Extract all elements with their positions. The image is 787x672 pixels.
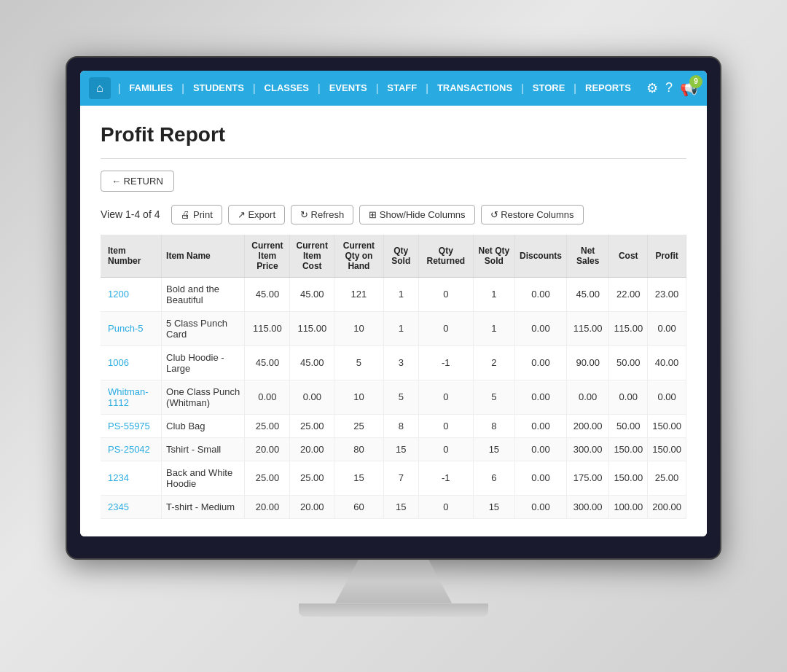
nav-link-families[interactable]: FAMILIES (123, 82, 179, 93)
cell-qty-returned: 0 (418, 437, 473, 461)
item-number-link[interactable]: Whitman-1112 (108, 386, 149, 408)
cell-current-item-cost: 25.00 (290, 414, 334, 437)
print-button[interactable]: 🖨 Print (171, 205, 222, 224)
restore-columns-button[interactable]: ↺ Restore Columns (481, 205, 584, 224)
cell-item-number[interactable]: 1234 (101, 461, 162, 495)
cell-current-item-price: 25.00 (245, 461, 290, 495)
item-number-link[interactable]: PS-55975 (108, 421, 150, 431)
nav-link-store[interactable]: STORE (527, 82, 571, 93)
cell-qty-sold: 3 (383, 345, 418, 380)
export-button[interactable]: ↗ Export (228, 205, 285, 224)
nav-links: FAMILIES | STUDENTS | CLASSES | EVENTS |… (123, 82, 646, 94)
nav-divider-5: | (426, 82, 428, 94)
cell-net-qty-sold: 8 (473, 414, 514, 437)
cell-qty-returned: 0 (418, 380, 473, 414)
nav-link-students[interactable]: STUDENTS (187, 82, 250, 93)
cell-net-sales: 200.00 (566, 414, 608, 437)
nav-divider-1: | (181, 82, 184, 94)
nav-link-events[interactable]: EVENTS (324, 82, 373, 93)
cell-net-sales: 90.00 (566, 345, 608, 380)
table-row: Punch-55 Class Punch Card115.00115.00101… (101, 311, 686, 345)
help-icon[interactable]: ? (665, 80, 673, 95)
refresh-button[interactable]: ↻ Refresh (291, 205, 353, 224)
col-net-qty-sold: Net Qty Sold (473, 235, 514, 278)
cell-item-name: Bold and the Beautiful (162, 277, 245, 311)
table-container: Item Number Item Name CurrentItem Price … (101, 235, 686, 519)
cell-item-number[interactable]: 1006 (101, 345, 162, 380)
navbar: ⌂ | FAMILIES | STUDENTS | CLASSES | EVEN… (80, 71, 707, 106)
nav-link-reports[interactable]: REPORTS (579, 82, 637, 93)
cell-item-name: Club Bag (162, 414, 245, 437)
cell-discounts: 0.00 (514, 461, 566, 495)
cell-current-item-cost: 45.00 (290, 345, 334, 380)
table-header-row: Item Number Item Name CurrentItem Price … (101, 235, 686, 278)
nav-divider-2: | (253, 82, 256, 94)
cell-qty-returned: 0 (418, 277, 473, 311)
cell-cost: 50.00 (609, 345, 648, 380)
nav-divider-4: | (376, 82, 379, 94)
col-qty-sold: Qty Sold (383, 235, 418, 278)
cell-qty-sold: 15 (383, 495, 418, 518)
nav-link-transactions[interactable]: TRANSACTIONS (431, 82, 518, 93)
cell-qty-returned: -1 (418, 461, 473, 495)
cell-current-item-price: 0.00 (245, 380, 290, 414)
cell-qty-returned: 0 (418, 414, 473, 437)
cell-profit: 150.00 (648, 414, 686, 437)
cell-current-qty-on-hand: 15 (334, 461, 383, 495)
cell-item-name: One Class Punch (Whitman) (162, 380, 245, 414)
nav-link-staff[interactable]: STAFF (381, 82, 423, 93)
cell-discounts: 0.00 (514, 345, 566, 380)
cell-current-item-price: 115.00 (245, 311, 290, 345)
col-item-number: Item Number (101, 235, 162, 278)
cell-net-sales: 175.00 (566, 461, 608, 495)
nav-divider-6: | (521, 82, 524, 94)
table-row: 1234Back and White Hoodie25.0025.00157-1… (101, 461, 686, 495)
main-content: Profit Report ← RETURN View 1-4 of 4 🖨 P… (80, 106, 707, 536)
cell-item-number[interactable]: 1200 (101, 277, 162, 311)
cell-cost: 150.00 (609, 461, 648, 495)
cell-current-qty-on-hand: 5 (334, 345, 383, 380)
cell-item-number[interactable]: 2345 (101, 495, 162, 518)
cell-profit: 200.00 (648, 495, 686, 518)
home-button[interactable]: ⌂ (89, 77, 111, 99)
cell-profit: 25.00 (648, 461, 686, 495)
show-hide-columns-button[interactable]: ⊞ Show/Hide Columns (359, 205, 474, 224)
toolbar: View 1-4 of 4 🖨 Print ↗ Export ↻ Refresh… (101, 205, 686, 224)
page-title: Profit Report (101, 123, 686, 146)
notification-badge: 9 (689, 75, 702, 88)
cell-item-number[interactable]: PS-55975 (101, 414, 162, 437)
return-button[interactable]: ← RETURN (101, 171, 174, 192)
nav-right: ⚙ ? 📢 9 (646, 79, 698, 97)
col-net-sales: Net Sales (566, 235, 608, 278)
cell-cost: 115.00 (609, 311, 648, 345)
cell-item-number[interactable]: Whitman-1112 (101, 380, 162, 414)
notification-button[interactable]: 📢 9 (680, 79, 698, 97)
cell-current-qty-on-hand: 10 (334, 311, 383, 345)
settings-icon[interactable]: ⚙ (646, 80, 658, 96)
cell-qty-returned: -1 (418, 345, 473, 380)
cell-item-number[interactable]: Punch-5 (101, 311, 162, 345)
item-number-link[interactable]: 2345 (108, 501, 129, 512)
cell-item-name: Back and White Hoodie (162, 461, 245, 495)
cell-current-item-cost: 20.00 (290, 495, 334, 518)
cell-current-item-price: 20.00 (245, 437, 290, 461)
item-number-link[interactable]: 1234 (108, 472, 129, 483)
cell-current-item-cost: 25.00 (290, 461, 334, 495)
cell-net-sales: 300.00 (566, 495, 608, 518)
cell-profit: 150.00 (648, 437, 686, 461)
cell-cost: 100.00 (609, 495, 648, 518)
cell-profit: 23.00 (648, 277, 686, 311)
table-row: 1200Bold and the Beautiful45.0045.001211… (101, 277, 686, 311)
cell-net-qty-sold: 15 (473, 495, 514, 518)
cell-item-name: Tshirt - Small (162, 437, 245, 461)
item-number-link[interactable]: 1006 (108, 357, 129, 368)
item-number-link[interactable]: Punch-5 (108, 323, 143, 334)
item-number-link[interactable]: 1200 (108, 289, 129, 300)
cell-discounts: 0.00 (514, 380, 566, 414)
cell-item-number[interactable]: PS-25042 (101, 437, 162, 461)
item-number-link[interactable]: PS-25042 (108, 444, 150, 455)
cell-qty-sold: 7 (383, 461, 418, 495)
view-count: View 1-4 of 4 (101, 208, 160, 220)
nav-link-classes[interactable]: CLASSES (259, 82, 315, 93)
cell-current-item-price: 45.00 (245, 345, 290, 380)
